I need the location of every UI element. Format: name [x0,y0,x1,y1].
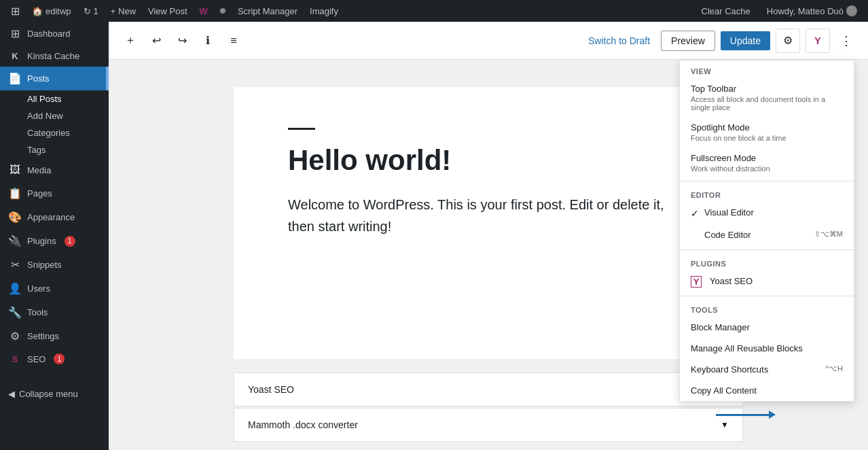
switch-to-draft-button[interactable]: Switch to Draft [583,31,655,50]
preview-button[interactable]: Preview [661,31,715,51]
view-post-item[interactable]: View Post [143,0,193,22]
wp-mark-icon: W [200,6,208,16]
preview-label: Preview [671,35,705,46]
dropdown-top-toolbar[interactable]: Top Toolbar Access all block and documen… [680,78,854,117]
arrow-container [716,414,770,416]
dropdown-fullscreen-content: Fullscreen Mode Work without distraction [691,153,843,173]
howdy-item[interactable]: Howdy, Matteo Duò [761,0,863,22]
editor-toolbar: ＋ ↩ ↪ ℹ ≡ Switch to Draft [109,22,868,60]
visual-editor-check-icon: ✓ [691,208,699,219]
dropdown-yoast-seo[interactable]: Y Yoast SEO [680,271,854,293]
dropdown-visual-editor-title: Visual Editor [704,207,843,218]
view-post-label: View Post [148,6,187,16]
sidebar-item-snippets[interactable]: ✂ Snippets [0,253,109,277]
sidebar-item-media[interactable]: 🖼 Media [0,158,109,181]
dropdown-copy-all-content-content: Copy All Content [691,385,843,396]
dropdown-divider-1 [680,181,854,181]
mammoth-chevron-icon: ▼ [721,420,729,430]
plugins-badge: 1 [65,236,75,247]
dropdown-code-editor-title: Code Editor [704,230,801,240]
sidebar-item-plugins[interactable]: 🔌 Plugins 1 [0,229,109,253]
sidebar-submenu-add-new[interactable]: Add New [22,107,109,124]
list-view-button[interactable]: ≡ [223,30,245,52]
wp-logo-item[interactable]: ⊞ [5,0,25,22]
redo-button[interactable]: ↪ [171,30,193,52]
sidebar-item-posts[interactable]: 📄 Posts [0,67,109,90]
add-block-button[interactable]: ＋ [120,30,141,52]
dropdown-view-section-label: View [680,60,854,78]
admin-bar-left: ⊞ 🏠 editwp ↻ 1 + New View Post W Script … [5,0,696,22]
dropdown-manage-reusable-blocks[interactable]: Manage All Reusable Blocks [680,338,854,359]
sidebar: ⊞ Dashboard K Kinsta Cache 📄 Posts All P… [0,22,109,450]
sidebar-item-users[interactable]: 👤 Users [0,277,109,300]
imagify-item[interactable]: Imagify [304,0,344,22]
admin-bar: ⊞ 🏠 editwp ↻ 1 + New View Post W Script … [0,0,868,22]
more-options-button[interactable]: ⋮ [835,30,857,52]
more-options-icon: ⋮ [840,33,852,48]
dropdown-spotlight-desc: Focus on one block at a time [691,134,843,142]
dropdown-plugins-section-label: Plugins [680,253,854,271]
wp-logo-icon: ⊞ [11,5,20,18]
post-content[interactable]: Welcome to WordPress. This is your first… [288,194,689,237]
sidebar-submenu-tags[interactable]: Tags [22,141,109,158]
dropdown-manage-reusable-title: Manage All Reusable Blocks [691,343,843,353]
dropdown-fullscreen-desc: Work without distraction [691,165,843,173]
site-name-item[interactable]: 🏠 editwp [26,0,77,22]
dropdown-yoast-seo-title: Yoast SEO [710,276,843,286]
list-view-icon: ≡ [230,35,236,47]
sidebar-item-users-label: Users [27,283,50,294]
mammoth-panel[interactable]: Mammoth .docx converter ▼ [234,408,743,442]
site-status-dot [220,8,225,14]
dropdown-spotlight-mode[interactable]: Spotlight Mode Focus on one block at a t… [680,117,854,148]
updates-item[interactable]: ↻ 1 [78,0,104,22]
dropdown-fullscreen-mode[interactable]: Fullscreen Mode Work without distraction [680,148,854,178]
settings-gear-icon: ⚙ [783,34,793,47]
dropdown-divider-2 [680,249,854,250]
sidebar-item-kinsta-cache[interactable]: K Kinsta Cache [0,46,109,67]
new-item[interactable]: + New [105,0,141,22]
script-manager-item[interactable]: Script Manager [232,0,303,22]
editor-canvas[interactable]: Hello world! Welcome to WordPress. This … [234,87,743,359]
sidebar-item-dashboard[interactable]: ⊞ Dashboard [0,22,109,46]
dropdown-copy-all-content[interactable]: Copy All Content [680,380,854,401]
sidebar-item-tools[interactable]: 🔧 Tools [0,300,109,324]
sidebar-submenu-all-posts[interactable]: All Posts [22,90,109,107]
dropdown-code-editor-content: Code Editor [704,230,801,240]
dropdown-code-editor[interactable]: ✓ Code Editor ⇧⌥⌘M [680,224,854,247]
sidebar-item-appearance[interactable]: 🎨 Appearance [0,205,109,229]
dropdown-block-manager-title: Block Manager [691,322,843,332]
yoast-button[interactable]: Y [806,29,830,53]
users-icon: 👤 [8,282,22,295]
sidebar-submenu-categories[interactable]: Categories [22,124,109,141]
settings-panel-button[interactable]: ⚙ [776,29,800,53]
clear-cache-item[interactable]: Clear Cache [696,0,756,22]
post-title[interactable]: Hello world! [288,143,689,177]
dropdown-fullscreen-title: Fullscreen Mode [691,153,843,163]
dropdown-visual-editor-content: Visual Editor [704,207,843,218]
update-button[interactable]: Update [721,31,770,50]
wp-mark-item[interactable]: W [194,0,213,22]
info-button[interactable]: ℹ [197,30,219,52]
new-label: + New [111,6,136,16]
dropdown-top-toolbar-title: Top Toolbar [691,84,843,94]
undo-button[interactable]: ↩ [145,30,167,52]
site-dot-item[interactable] [215,0,231,22]
dropdown-keyboard-shortcuts[interactable]: Keyboard Shortcuts ^⌥H [680,359,854,380]
yoast-seo-panel[interactable]: Yoast SEO ▼ [234,373,743,406]
dropdown-block-manager[interactable]: Block Manager [680,317,854,338]
post-title-divider [288,128,315,130]
dropdown-keyboard-shortcuts-shortcut: ^⌥H [817,364,843,373]
dropdown-visual-editor[interactable]: ✓ Visual Editor [680,202,854,224]
collapse-menu-label: Collapse menu [19,389,78,399]
dashboard-icon: ⊞ [8,27,22,40]
sidebar-item-seo[interactable]: S SEO 1 [0,348,109,370]
sidebar-item-settings[interactable]: ⚙ Settings [0,324,109,348]
media-icon: 🖼 [8,164,22,176]
collapse-menu-item[interactable]: ◀ Collapse menu [0,383,109,404]
dropdown-spotlight-content: Spotlight Mode Focus on one block at a t… [691,122,843,142]
arrow-head-icon [769,411,776,419]
sidebar-item-media-label: Media [27,165,51,175]
sidebar-item-pages[interactable]: 📋 Pages [0,181,109,205]
sidebar-item-snippets-label: Snippets [27,260,62,270]
site-name-label: editwp [46,6,71,16]
